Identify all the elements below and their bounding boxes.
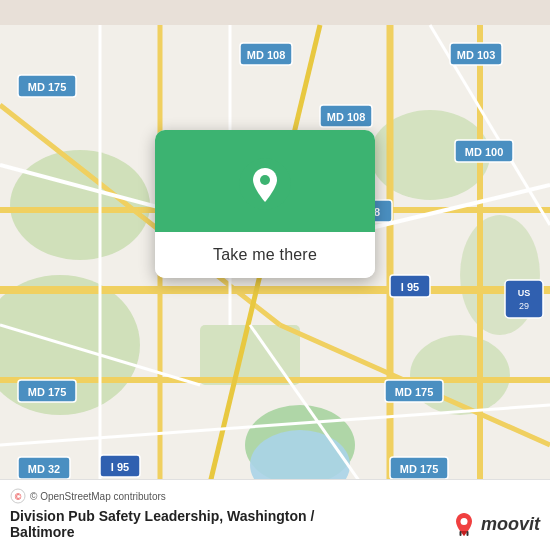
svg-text:MD 175: MD 175	[400, 463, 439, 475]
bottom-bar: © © OpenStreetMap contributors Division …	[0, 479, 550, 550]
moovit-icon	[450, 510, 478, 538]
svg-text:MD 175: MD 175	[28, 81, 67, 93]
moovit-brand-text: moovit	[481, 514, 540, 535]
location-info: Division Pub Safety Leadership, Washingt…	[10, 508, 314, 540]
svg-text:29: 29	[519, 301, 529, 311]
svg-text:I 95: I 95	[111, 461, 129, 473]
location-title-row: Division Pub Safety Leadership, Washingt…	[10, 508, 540, 540]
take-me-there-button[interactable]: Take me there	[155, 232, 375, 278]
svg-rect-59	[459, 531, 461, 536]
osm-logo: ©	[10, 488, 26, 504]
svg-text:©: ©	[15, 492, 22, 502]
card-green-header	[155, 130, 375, 232]
svg-text:MD 175: MD 175	[395, 386, 434, 398]
map-container: MD 175 MD 175 MD 175 MD 108 MD 103 MD 10…	[0, 0, 550, 550]
moovit-logo: moovit	[450, 510, 540, 538]
svg-text:MD 103: MD 103	[457, 49, 496, 61]
svg-text:US: US	[518, 288, 531, 298]
location-card: Take me there	[155, 130, 375, 278]
svg-point-54	[260, 175, 270, 185]
svg-text:I 95: I 95	[401, 281, 419, 293]
location-subtitle: Baltimore	[10, 524, 314, 540]
svg-text:MD 108: MD 108	[327, 111, 366, 123]
svg-text:MD 175: MD 175	[28, 386, 67, 398]
svg-rect-46	[505, 280, 543, 318]
location-title: Division Pub Safety Leadership, Washingt…	[10, 508, 314, 524]
location-pin-icon	[239, 158, 291, 210]
attribution-row: © © OpenStreetMap contributors	[10, 488, 540, 504]
svg-text:MD 108: MD 108	[247, 49, 286, 61]
svg-rect-60	[466, 531, 468, 536]
svg-text:MD 32: MD 32	[28, 463, 60, 475]
attribution-text: © OpenStreetMap contributors	[30, 491, 166, 502]
svg-text:MD 100: MD 100	[465, 146, 504, 158]
svg-point-58	[460, 518, 467, 525]
